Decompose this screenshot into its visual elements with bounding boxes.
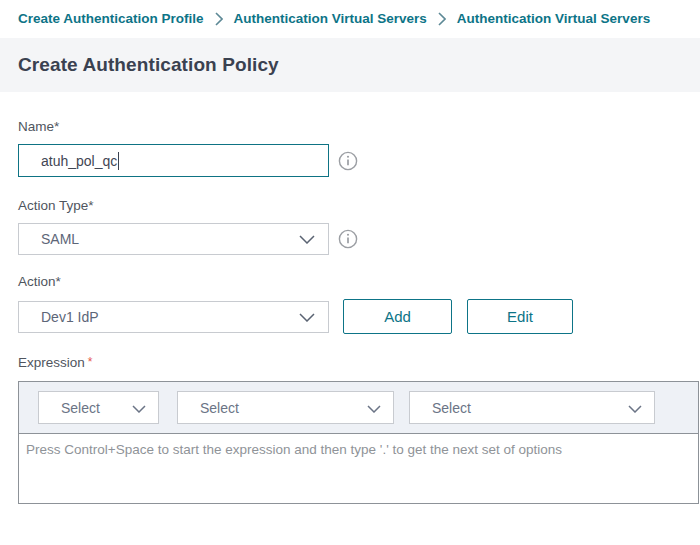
breadcrumb: Create Authentication Profile Authentica…: [0, 0, 700, 26]
expression-toolbar: Select Select Select: [19, 382, 698, 434]
action-dropdown[interactable]: Dev1 IdP: [18, 301, 329, 333]
action-type-selected-value: SAML: [41, 231, 79, 247]
expression-select-1[interactable]: Select: [38, 391, 159, 424]
action-type-label: Action Type*: [18, 198, 700, 214]
name-input-value: atuh_pol_qc: [41, 153, 117, 169]
info-icon[interactable]: [338, 151, 358, 171]
expression-input[interactable]: [19, 434, 698, 503]
authentication-policy-form: Name* atuh_pol_qc Action Type* SAML: [0, 119, 700, 504]
page-title: Create Authentication Policy: [18, 54, 279, 76]
name-label: Name*: [18, 119, 700, 135]
expression-select-2-value: Select: [200, 400, 239, 416]
edit-button[interactable]: Edit: [467, 299, 573, 334]
chevron-down-icon: [628, 400, 642, 416]
action-selected-value: Dev1 IdP: [41, 309, 99, 325]
action-type-dropdown[interactable]: SAML: [18, 223, 329, 255]
chevron-down-icon: [367, 400, 381, 416]
add-button[interactable]: Add: [343, 299, 452, 334]
create-authentication-policy-page: Create Authentication Profile Authentica…: [0, 0, 700, 545]
name-input[interactable]: atuh_pol_qc: [18, 144, 329, 177]
chevron-right-icon: [215, 12, 223, 26]
breadcrumb-item-create-authentication-profile[interactable]: Create Authentication Profile: [18, 11, 204, 26]
chevron-down-icon: [299, 309, 315, 325]
info-icon[interactable]: [338, 229, 358, 249]
breadcrumb-item-authentication-virtual-servers[interactable]: Authentication Virtual Servers: [234, 11, 427, 26]
expression-editor: Select Select Select: [18, 381, 699, 504]
breadcrumb-item-authentication-virtual-servers-2[interactable]: Authentication Virtual Servers: [457, 11, 650, 26]
expression-label: Expression*: [18, 354, 700, 371]
expression-select-2[interactable]: Select: [177, 391, 394, 424]
expression-select-1-value: Select: [61, 400, 100, 416]
expression-select-3[interactable]: Select: [409, 391, 655, 424]
text-cursor: [118, 152, 119, 170]
required-asterisk: *: [88, 355, 93, 369]
chevron-down-icon: [299, 231, 315, 247]
expression-label-text: Expression: [18, 355, 85, 370]
action-label: Action*: [18, 274, 700, 290]
chevron-down-icon: [132, 400, 146, 416]
expression-select-3-value: Select: [432, 400, 471, 416]
page-header-bar: Create Authentication Policy: [0, 38, 700, 92]
chevron-right-icon: [438, 12, 446, 26]
